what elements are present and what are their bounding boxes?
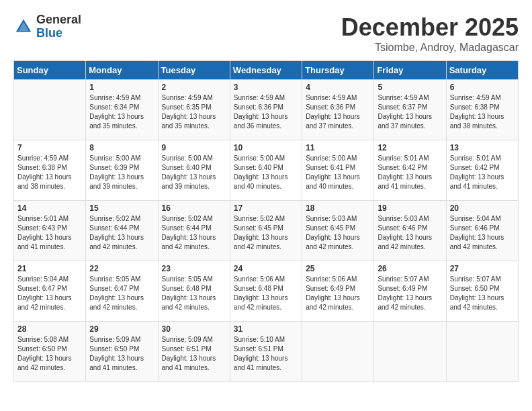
day-number: 9 xyxy=(162,143,226,152)
day-number: 31 xyxy=(234,324,298,334)
day-info: Sunrise: 5:04 AM Sunset: 6:47 PM Dayligh… xyxy=(17,275,82,312)
calendar-cell: 15Sunrise: 5:02 AM Sunset: 6:44 PM Dayli… xyxy=(86,201,158,261)
day-number: 22 xyxy=(89,264,154,273)
calendar-cell: 25Sunrise: 5:06 AM Sunset: 6:49 PM Dayli… xyxy=(302,261,374,322)
day-number: 14 xyxy=(17,203,82,213)
day-info: Sunrise: 5:02 AM Sunset: 6:45 PM Dayligh… xyxy=(234,214,298,252)
day-number: 11 xyxy=(306,143,370,152)
calendar-cell: 28Sunrise: 5:08 AM Sunset: 6:50 PM Dayli… xyxy=(14,322,86,382)
day-number: 5 xyxy=(378,83,442,92)
calendar-cell: 12Sunrise: 5:01 AM Sunset: 6:42 PM Dayli… xyxy=(374,140,446,201)
day-of-week-header: Monday xyxy=(86,61,158,80)
title-section: December 2025 Tsiombe, Androy, Madagasca… xyxy=(341,13,519,54)
calendar-cell: 3Sunrise: 4:59 AM Sunset: 6:36 PM Daylig… xyxy=(230,80,302,140)
day-info: Sunrise: 5:03 AM Sunset: 6:46 PM Dayligh… xyxy=(378,214,442,252)
calendar-cell: 17Sunrise: 5:02 AM Sunset: 6:45 PM Dayli… xyxy=(230,201,302,261)
day-info: Sunrise: 5:10 AM Sunset: 6:51 PM Dayligh… xyxy=(234,335,298,373)
calendar-cell: 18Sunrise: 5:03 AM Sunset: 6:45 PM Dayli… xyxy=(302,201,374,261)
calendar-cell: 21Sunrise: 5:04 AM Sunset: 6:47 PM Dayli… xyxy=(14,261,86,322)
calendar-cell: 29Sunrise: 5:09 AM Sunset: 6:50 PM Dayli… xyxy=(86,322,158,382)
calendar-week-row: 14Sunrise: 5:01 AM Sunset: 6:43 PM Dayli… xyxy=(14,201,519,261)
day-info: Sunrise: 5:05 AM Sunset: 6:48 PM Dayligh… xyxy=(162,275,226,312)
day-number: 4 xyxy=(306,83,370,92)
calendar-cell: 9Sunrise: 5:00 AM Sunset: 6:40 PM Daylig… xyxy=(158,140,230,201)
calendar-cell xyxy=(302,322,374,382)
day-info: Sunrise: 5:09 AM Sunset: 6:50 PM Dayligh… xyxy=(89,335,154,373)
calendar-cell: 6Sunrise: 4:59 AM Sunset: 6:38 PM Daylig… xyxy=(446,80,518,140)
day-number: 18 xyxy=(306,203,370,213)
calendar-cell: 23Sunrise: 5:05 AM Sunset: 6:48 PM Dayli… xyxy=(158,261,230,322)
calendar-cell: 14Sunrise: 5:01 AM Sunset: 6:43 PM Dayli… xyxy=(14,201,86,261)
day-number: 28 xyxy=(17,324,82,334)
calendar-cell: 5Sunrise: 4:59 AM Sunset: 6:37 PM Daylig… xyxy=(374,80,446,140)
day-number: 16 xyxy=(162,203,226,213)
day-number: 21 xyxy=(17,264,82,273)
day-number: 17 xyxy=(234,203,298,213)
logo-blue: Blue xyxy=(36,27,81,40)
day-of-week-header: Sunday xyxy=(14,61,86,80)
calendar-cell: 26Sunrise: 5:07 AM Sunset: 6:49 PM Dayli… xyxy=(374,261,446,322)
calendar-week-row: 7Sunrise: 4:59 AM Sunset: 6:38 PM Daylig… xyxy=(14,140,519,201)
day-info: Sunrise: 5:06 AM Sunset: 6:48 PM Dayligh… xyxy=(234,275,298,312)
day-number: 6 xyxy=(450,83,515,92)
day-of-week-header: Wednesday xyxy=(230,61,302,80)
day-info: Sunrise: 5:09 AM Sunset: 6:51 PM Dayligh… xyxy=(162,335,226,373)
calendar-cell xyxy=(14,80,86,140)
day-info: Sunrise: 5:02 AM Sunset: 6:44 PM Dayligh… xyxy=(89,214,154,252)
day-info: Sunrise: 5:00 AM Sunset: 6:41 PM Dayligh… xyxy=(306,154,370,191)
day-of-week-header: Tuesday xyxy=(158,61,230,80)
calendar-cell: 16Sunrise: 5:02 AM Sunset: 6:44 PM Dayli… xyxy=(158,201,230,261)
day-number: 25 xyxy=(306,264,370,273)
location: Tsiombe, Androy, Madagascar xyxy=(341,42,519,54)
day-number: 24 xyxy=(234,264,298,273)
day-info: Sunrise: 5:04 AM Sunset: 6:46 PM Dayligh… xyxy=(450,214,515,252)
calendar-cell: 24Sunrise: 5:06 AM Sunset: 6:48 PM Dayli… xyxy=(230,261,302,322)
calendar-week-row: 21Sunrise: 5:04 AM Sunset: 6:47 PM Dayli… xyxy=(14,261,519,322)
day-info: Sunrise: 5:01 AM Sunset: 6:42 PM Dayligh… xyxy=(450,154,515,191)
day-info: Sunrise: 5:01 AM Sunset: 6:43 PM Dayligh… xyxy=(17,214,82,252)
day-info: Sunrise: 5:01 AM Sunset: 6:42 PM Dayligh… xyxy=(378,154,442,191)
calendar-cell: 11Sunrise: 5:00 AM Sunset: 6:41 PM Dayli… xyxy=(302,140,374,201)
calendar-cell: 31Sunrise: 5:10 AM Sunset: 6:51 PM Dayli… xyxy=(230,322,302,382)
day-number: 15 xyxy=(89,203,154,213)
day-number: 30 xyxy=(162,324,226,334)
logo-general: General xyxy=(36,13,81,27)
day-number: 7 xyxy=(17,143,82,152)
calendar-cell: 13Sunrise: 5:01 AM Sunset: 6:42 PM Dayli… xyxy=(446,140,518,201)
calendar-cell: 1Sunrise: 4:59 AM Sunset: 6:34 PM Daylig… xyxy=(86,80,158,140)
calendar-cell: 7Sunrise: 4:59 AM Sunset: 6:38 PM Daylig… xyxy=(14,140,86,201)
day-info: Sunrise: 5:00 AM Sunset: 6:40 PM Dayligh… xyxy=(234,154,298,191)
day-number: 8 xyxy=(89,143,154,152)
day-number: 27 xyxy=(450,264,515,273)
day-info: Sunrise: 4:59 AM Sunset: 6:34 PM Dayligh… xyxy=(89,93,154,131)
calendar-cell xyxy=(374,322,446,382)
calendar-cell: 20Sunrise: 5:04 AM Sunset: 6:46 PM Dayli… xyxy=(446,201,518,261)
page-header: General Blue December 2025 Tsiombe, Andr… xyxy=(13,13,519,54)
calendar-header-row: SundayMondayTuesdayWednesdayThursdayFrid… xyxy=(14,61,519,80)
calendar-week-row: 28Sunrise: 5:08 AM Sunset: 6:50 PM Dayli… xyxy=(14,322,519,382)
calendar-table: SundayMondayTuesdayWednesdayThursdayFrid… xyxy=(13,60,519,382)
calendar-cell: 4Sunrise: 4:59 AM Sunset: 6:36 PM Daylig… xyxy=(302,80,374,140)
day-info: Sunrise: 5:00 AM Sunset: 6:40 PM Dayligh… xyxy=(162,154,226,191)
logo-icon xyxy=(13,17,34,37)
calendar-cell: 22Sunrise: 5:05 AM Sunset: 6:47 PM Dayli… xyxy=(86,261,158,322)
calendar-cell: 19Sunrise: 5:03 AM Sunset: 6:46 PM Dayli… xyxy=(374,201,446,261)
day-number: 10 xyxy=(234,143,298,152)
day-info: Sunrise: 4:59 AM Sunset: 6:35 PM Dayligh… xyxy=(162,93,226,131)
day-info: Sunrise: 5:06 AM Sunset: 6:49 PM Dayligh… xyxy=(306,275,370,312)
day-info: Sunrise: 5:08 AM Sunset: 6:50 PM Dayligh… xyxy=(17,335,82,373)
day-info: Sunrise: 4:59 AM Sunset: 6:36 PM Dayligh… xyxy=(306,93,370,131)
day-number: 1 xyxy=(89,83,154,92)
calendar-cell: 30Sunrise: 5:09 AM Sunset: 6:51 PM Dayli… xyxy=(158,322,230,382)
calendar-body: 1Sunrise: 4:59 AM Sunset: 6:34 PM Daylig… xyxy=(14,80,519,382)
day-info: Sunrise: 4:59 AM Sunset: 6:37 PM Dayligh… xyxy=(378,93,442,131)
day-number: 2 xyxy=(162,83,226,92)
logo: General Blue xyxy=(13,13,81,40)
month-year: December 2025 xyxy=(341,13,519,42)
day-of-week-header: Friday xyxy=(374,61,446,80)
day-info: Sunrise: 5:02 AM Sunset: 6:44 PM Dayligh… xyxy=(162,214,226,252)
calendar-cell: 2Sunrise: 4:59 AM Sunset: 6:35 PM Daylig… xyxy=(158,80,230,140)
day-number: 3 xyxy=(234,83,298,92)
day-number: 13 xyxy=(450,143,515,152)
day-info: Sunrise: 4:59 AM Sunset: 6:38 PM Dayligh… xyxy=(17,154,82,191)
